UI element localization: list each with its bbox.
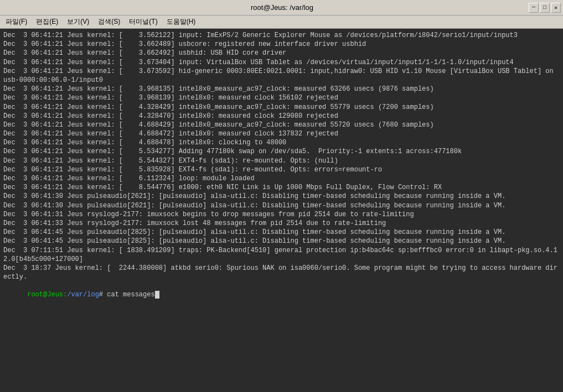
terminal-line: Dec 3 06:41:45 Jeus pulseaudio[2825]: [p…	[3, 237, 560, 245]
terminal-line: Dec 3 06:41:21 Jeus kernel: [ 4.328429] …	[3, 103, 560, 112]
menu-terminal[interactable]: 터미널(T)	[126, 16, 161, 28]
terminal-window: root@Jeus: /var/log ─ □ ✕ 파일(F) 편집(E) 보기…	[0, 0, 563, 392]
terminal-line: Dec 3 06:41:21 Jeus kernel: [ 4.688429] …	[3, 121, 560, 129]
titlebar-buttons: ─ □ ✕	[529, 3, 561, 13]
terminal-line: Dec 3 06:41:30 Jeus pulseaudio[2621]: [p…	[3, 201, 560, 210]
menu-search[interactable]: 검색(S)	[95, 16, 123, 28]
terminal-line: Dec 3 18:37 Jeus kernel: [ 2244.380008] …	[3, 264, 560, 281]
maximize-button[interactable]: □	[540, 3, 550, 13]
prompt-path: /var/log	[67, 291, 99, 299]
terminal-area[interactable]: Dec 3 06:41:21 Jeus kernel: [ 3.562122] …	[0, 29, 563, 392]
terminal-line: Dec 3 06:41:21 Jeus kernel: [ 3.968139] …	[3, 93, 560, 102]
prompt-user: root@Jeus	[27, 291, 63, 299]
terminal-line: Dec 3 06:41:21 Jeus kernel: [ 3.968135] …	[3, 85, 560, 93]
menu-view[interactable]: 보기(V)	[64, 16, 92, 28]
minimize-button[interactable]: ─	[529, 3, 539, 13]
terminal-line: Dec 3 07:11:51 Jeus kernel: [ 1838.49120…	[3, 246, 560, 264]
terminal-line: Dec 3 06:41:21 Jeus kernel: [ 4.688472] …	[3, 129, 560, 138]
terminal-line: Dec 3 06:41:21 Jeus kernel: [ 3.673404] …	[3, 58, 560, 67]
terminal-line: Dec 3 06:41:21 Jeus kernel: [ 5.534277] …	[3, 147, 560, 156]
terminal-line: Dec 3 06:41:21 Jeus kernel: [ 6.112324] …	[3, 174, 560, 183]
terminal-line: Dec 3 06:41:31 Jeus rsyslogd-2177: imuxs…	[3, 210, 560, 219]
menubar: 파일(F) 편집(E) 보기(V) 검색(S) 터미널(T) 도움말(H)	[0, 15, 563, 29]
menu-file[interactable]: 파일(F)	[2, 16, 30, 28]
terminal-line: Dec 3 06:41:33 Jeus rsyslogd-2177: imuxs…	[3, 219, 560, 228]
terminal-line: Dec 3 06:41:21 Jeus kernel: [ 3.662492] …	[3, 49, 560, 58]
terminal-line: Dec 3 06:41:21 Jeus kernel: [ 3.662489] …	[3, 40, 560, 49]
terminal-line: Dec 3 06:41:21 Jeus kernel: [ 8.544776] …	[3, 183, 560, 192]
terminal-line: Dec 3 06:41:21 Jeus kernel: [ 4.688478] …	[3, 138, 560, 147]
close-button[interactable]: ✕	[551, 3, 561, 13]
terminal-line: Dec 3 06:41:21 Jeus kernel: [ 5.544327] …	[3, 156, 560, 165]
terminal-output: Dec 3 06:41:21 Jeus kernel: [ 3.562122] …	[3, 31, 560, 281]
menu-edit[interactable]: 편집(E)	[33, 16, 61, 28]
terminal-line: Dec 3 06:41:21 Jeus kernel: [ 5.835928] …	[3, 165, 560, 174]
terminal-line: Dec 3 06:41:21 Jeus kernel: [ 4.328470] …	[3, 112, 560, 121]
terminal-line: Dec 3 06:41:30 Jeus pulseaudio[2621]: [p…	[3, 192, 560, 201]
terminal-line: Dec 3 06:41:21 Jeus kernel: [ 3.673592] …	[3, 67, 560, 85]
prompt-command: cat messages	[107, 291, 154, 299]
titlebar: root@Jeus: /var/log ─ □ ✕	[0, 0, 563, 15]
window-title: root@Jeus: /var/log	[35, 3, 529, 12]
prompt-line: root@Jeus:/var/log# cat messages	[3, 281, 560, 309]
terminal-line: Dec 3 06:41:45 Jeus pulseaudio[2825]: [p…	[3, 228, 560, 237]
prompt-hash: #	[99, 291, 107, 299]
terminal-line: Dec 3 06:41:21 Jeus kernel: [ 3.562122] …	[3, 31, 560, 40]
terminal-cursor	[155, 291, 159, 299]
menu-help[interactable]: 도움말(H)	[163, 16, 199, 28]
